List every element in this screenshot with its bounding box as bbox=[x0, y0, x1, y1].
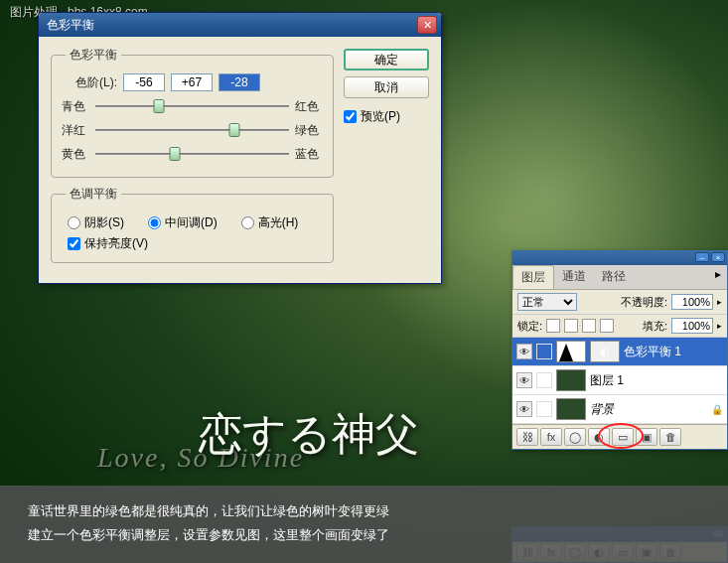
layer-list: 👁 ◐ 色彩平衡 1 👁 图层 1 👁 背景 🔒 bbox=[512, 338, 727, 424]
trash-icon[interactable]: 🗑 bbox=[659, 428, 681, 446]
tutorial-caption: 童话世界里的绿色都是很纯真的，让我们让绿色的树叶变得更绿 建立一个色彩平衡调整层… bbox=[0, 486, 728, 563]
color-balance-group: 色彩平衡 色阶(L): 青色 红色 洋红 绿色 bbox=[51, 47, 334, 178]
layer-row[interactable]: 👁 ◐ 色彩平衡 1 bbox=[512, 338, 727, 366]
color-balance-dialog: 色彩平衡 ✕ 色彩平衡 色阶(L): 青色 红色 洋红 bbox=[38, 12, 442, 284]
lock-icon: 🔒 bbox=[711, 404, 723, 415]
group-legend: 色彩平衡 bbox=[66, 47, 121, 64]
photo-title: 恋する神父 bbox=[199, 405, 419, 464]
yellow-blue-slider[interactable] bbox=[95, 145, 289, 163]
layer-row[interactable]: 👁 图层 1 bbox=[512, 366, 727, 395]
layer-mask-thumb[interactable] bbox=[556, 341, 586, 362]
visibility-icon[interactable]: 👁 bbox=[516, 344, 532, 359]
layer-thumb[interactable] bbox=[556, 398, 586, 420]
link-icon[interactable]: ⛓ bbox=[516, 428, 538, 446]
opacity-input[interactable] bbox=[671, 294, 713, 310]
shadows-radio[interactable]: 阴影(S) bbox=[68, 214, 124, 231]
layer-thumb[interactable] bbox=[556, 369, 586, 391]
chevron-down-icon[interactable]: ▸ bbox=[717, 321, 722, 331]
slider-right-label: 蓝色 bbox=[295, 146, 323, 163]
visibility-icon[interactable]: 👁 bbox=[516, 401, 532, 417]
caption-line: 童话世界里的绿色都是很纯真的，让我们让绿色的树叶变得更绿 bbox=[28, 499, 700, 523]
lock-label: 锁定: bbox=[517, 319, 542, 334]
preview-checkbox[interactable]: 预览(P) bbox=[344, 108, 429, 125]
folder-icon[interactable]: ▭ bbox=[612, 428, 634, 446]
slider-left-label: 青色 bbox=[62, 98, 89, 115]
slider-left-label: 黄色 bbox=[62, 146, 89, 163]
panel-titlebar[interactable]: – × bbox=[512, 251, 727, 265]
close-icon[interactable]: ✕ bbox=[417, 16, 437, 34]
opacity-label: 不透明度: bbox=[621, 295, 667, 310]
tab-channels[interactable]: 通道 bbox=[554, 265, 594, 289]
lock-all-icon[interactable] bbox=[600, 319, 614, 333]
link-column[interactable] bbox=[536, 344, 552, 359]
layer-name: 图层 1 bbox=[590, 372, 624, 389]
adjustment-thumb[interactable]: ◐ bbox=[590, 341, 620, 362]
cancel-button[interactable]: 取消 bbox=[344, 76, 429, 98]
level-a-input[interactable] bbox=[123, 73, 165, 91]
dialog-title: 色彩平衡 bbox=[43, 17, 417, 34]
cyan-red-slider[interactable] bbox=[95, 97, 289, 115]
tab-layers[interactable]: 图层 bbox=[512, 265, 554, 289]
link-column[interactable] bbox=[536, 401, 552, 417]
lock-pixels-icon[interactable] bbox=[564, 319, 578, 333]
slider-right-label: 绿色 bbox=[295, 122, 323, 139]
slider-right-label: 红色 bbox=[295, 98, 323, 115]
lock-transparency-icon[interactable] bbox=[546, 319, 560, 333]
slider-left-label: 洋红 bbox=[62, 122, 89, 139]
lock-position-icon[interactable] bbox=[582, 319, 596, 333]
fill-label: 填充: bbox=[643, 319, 667, 334]
layer-name: 色彩平衡 1 bbox=[624, 344, 681, 360]
new-layer-icon[interactable]: ▣ bbox=[636, 428, 657, 446]
panel-footer: ⛓ fx ◯ ◐ ▭ ▣ 🗑 bbox=[512, 424, 727, 449]
level-c-input[interactable] bbox=[218, 73, 260, 91]
layers-panel: – × 图层 通道 路径 ▸ 正常 不透明度: ▸ 锁定: 填充: ▸ 👁 ◐ … bbox=[511, 250, 728, 450]
panel-close-icon[interactable]: × bbox=[711, 252, 725, 262]
minimize-icon[interactable]: – bbox=[695, 252, 709, 262]
mask-icon[interactable]: ◯ bbox=[564, 428, 586, 446]
chevron-down-icon[interactable]: ▸ bbox=[717, 297, 722, 307]
group-legend: 色调平衡 bbox=[66, 186, 121, 203]
link-column[interactable] bbox=[536, 372, 552, 388]
tab-paths[interactable]: 路径 bbox=[594, 265, 634, 289]
adjust-icon[interactable]: ◐ bbox=[588, 428, 610, 446]
layer-name: 背景 bbox=[590, 401, 614, 418]
ok-button[interactable]: 确定 bbox=[344, 49, 429, 70]
level-b-input[interactable] bbox=[171, 73, 213, 91]
magenta-green-slider[interactable] bbox=[95, 121, 289, 139]
layer-row[interactable]: 👁 背景 🔒 bbox=[512, 395, 727, 424]
preserve-luminosity-checkbox[interactable]: 保持亮度(V) bbox=[68, 235, 317, 252]
highlights-radio[interactable]: 高光(H) bbox=[241, 214, 299, 231]
tone-balance-group: 色调平衡 阴影(S) 中间调(D) 高光(H) 保持亮度(V) bbox=[51, 186, 334, 263]
fill-input[interactable] bbox=[671, 318, 713, 334]
blend-mode-select[interactable]: 正常 bbox=[517, 293, 577, 311]
levels-label: 色阶(L): bbox=[62, 74, 117, 91]
fx-icon[interactable]: fx bbox=[540, 428, 562, 446]
midtones-radio[interactable]: 中间调(D) bbox=[148, 214, 218, 231]
caption-line: 建立一个色彩平衡调整层，设置参数见图，这里整个画面变绿了 bbox=[28, 523, 700, 547]
panel-menu-icon[interactable]: ▸ bbox=[709, 265, 727, 289]
visibility-icon[interactable]: 👁 bbox=[516, 372, 532, 388]
dialog-titlebar[interactable]: 色彩平衡 ✕ bbox=[39, 13, 441, 37]
